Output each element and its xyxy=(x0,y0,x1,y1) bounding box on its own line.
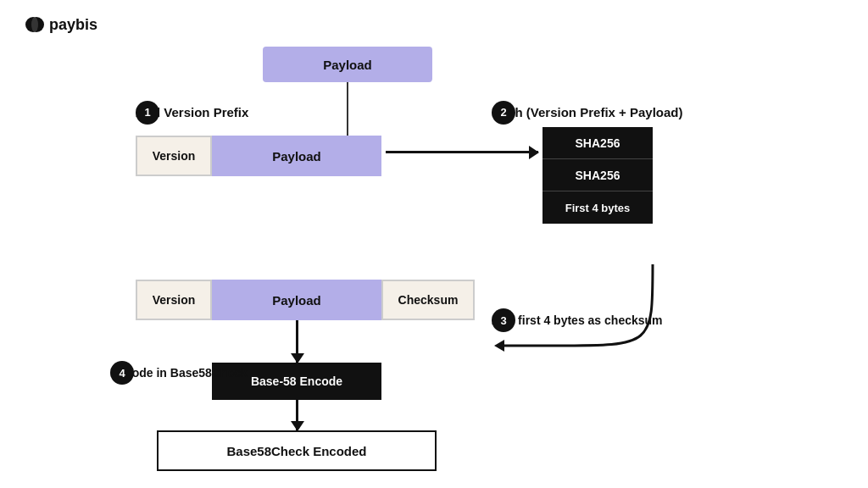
step1-container: 1 Add Version Prefix xyxy=(136,105,248,119)
logo-text: paybis xyxy=(49,16,97,34)
row1-version-box: Version xyxy=(136,136,212,176)
logo-icon xyxy=(25,15,44,34)
step3-container: 3 Add first 4 bytes as checksum xyxy=(492,313,663,327)
payload-top-box: Payload xyxy=(263,47,432,82)
row2-payload-box: Payload xyxy=(212,280,381,320)
step4-container: 4 Encode in Base58Check xyxy=(110,366,248,380)
arrow-down-to-base58 xyxy=(296,320,298,363)
svg-marker-3 xyxy=(494,340,504,352)
logo: paybis xyxy=(25,15,97,34)
checksum-box: Checksum xyxy=(381,280,475,320)
curve-arrow xyxy=(504,125,674,320)
step3-label: Add first 4 bytes as checksum xyxy=(492,313,663,327)
row2-version-box: Version xyxy=(136,280,212,320)
step4-circle: 4 xyxy=(110,361,134,385)
arrow-down-to-result xyxy=(296,400,298,430)
connector-top xyxy=(347,82,348,136)
row1-payload-box: Payload xyxy=(212,136,381,176)
step3-circle: 3 xyxy=(492,308,515,332)
step1-circle: 1 xyxy=(136,101,159,125)
row2-container: Version Payload Checksum xyxy=(136,280,475,320)
result-box: Base58Check Encoded xyxy=(157,430,437,471)
step2-circle: 2 xyxy=(492,101,515,125)
step2-label: Hash (Version Prefix + Payload) xyxy=(492,105,683,119)
row1-container: Version Payload xyxy=(136,136,381,176)
step2-container: 2 Hash (Version Prefix + Payload) xyxy=(492,105,683,119)
svg-point-2 xyxy=(31,17,38,32)
